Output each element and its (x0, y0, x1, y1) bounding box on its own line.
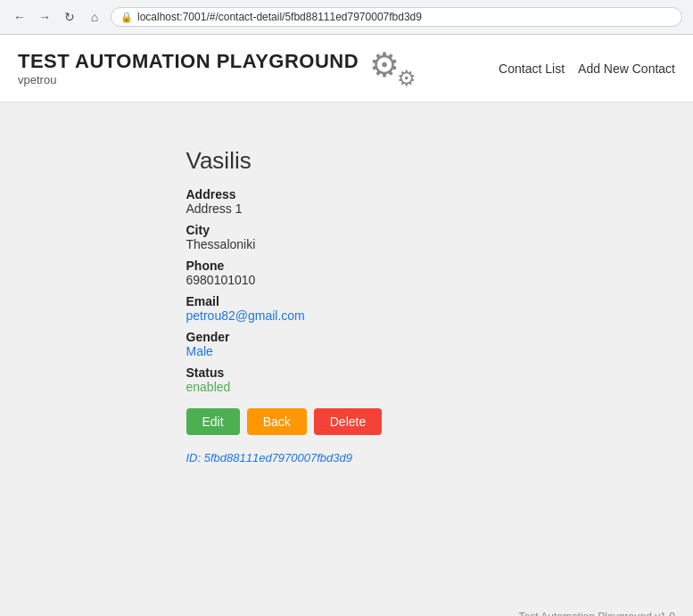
lock-icon: 🔒 (120, 12, 133, 23)
edit-button[interactable]: Edit (186, 408, 240, 435)
city-label: City (186, 223, 507, 237)
add-new-contact-link[interactable]: Add New Contact (578, 62, 675, 76)
app-title: TEST AUTOMATION PLAYGROUND (18, 50, 359, 73)
address-bar[interactable]: 🔒 localhost:7001/#/contact-detail/5fbd88… (111, 7, 682, 27)
url-text: localhost:7001/#/contact-detail/5fbd8811… (137, 11, 422, 23)
reload-button[interactable]: ↻ (61, 8, 78, 26)
app-subtitle: vpetrou (18, 73, 359, 86)
city-value: Thessaloniki (186, 237, 507, 251)
email-label: Email (186, 294, 507, 308)
email-value: petrou82@gmail.com (186, 308, 507, 323)
address-group: Address Address 1 (186, 187, 507, 216)
gear-small-icon: ⚙ (397, 66, 417, 91)
gender-label: Gender (186, 330, 507, 344)
back-nav-button[interactable]: ← (11, 8, 29, 26)
status-group: Status enabled (186, 365, 507, 394)
email-group: Email petrou82@gmail.com (186, 294, 507, 323)
record-id: ID: 5fbd88111ed7970007fbd3d9 (186, 451, 507, 464)
phone-value: 6980101010 (186, 273, 507, 287)
status-value: enabled (186, 380, 507, 394)
gear-icon-container: ⚙ ⚙ (367, 44, 417, 93)
delete-button[interactable]: Delete (314, 408, 382, 435)
gender-value: Male (186, 344, 507, 358)
address-label: Address (186, 187, 507, 201)
app-container: TEST AUTOMATION PLAYGROUND vpetrou ⚙ ⚙ C… (0, 35, 693, 616)
contact-card: Vasilis Address Address 1 City Thessalon… (160, 129, 534, 482)
footer-text: Test Automation Playground v1.0 (519, 611, 675, 616)
app-header: TEST AUTOMATION PLAYGROUND vpetrou ⚙ ⚙ C… (0, 35, 693, 103)
phone-label: Phone (186, 259, 507, 273)
main-content: Vasilis Address Address 1 City Thessalon… (0, 103, 693, 602)
header-left: TEST AUTOMATION PLAYGROUND vpetrou ⚙ ⚙ (18, 44, 417, 93)
back-button[interactable]: Back (247, 408, 307, 435)
gear-large-icon: ⚙ (369, 45, 400, 85)
contact-name: Vasilis (186, 147, 507, 175)
app-footer: Test Automation Playground v1.0 (0, 602, 693, 616)
action-buttons: Edit Back Delete (186, 408, 507, 435)
address-value: Address 1 (186, 201, 507, 216)
app-title-block: TEST AUTOMATION PLAYGROUND vpetrou (18, 50, 359, 86)
status-label: Status (186, 365, 507, 380)
contact-list-link[interactable]: Contact List (499, 62, 565, 76)
browser-chrome: ← → ↻ ⌂ 🔒 localhost:7001/#/contact-detai… (0, 0, 693, 35)
home-button[interactable]: ⌂ (86, 8, 103, 26)
header-nav: Contact List Add New Contact (499, 62, 675, 76)
city-group: City Thessaloniki (186, 223, 507, 251)
phone-group: Phone 6980101010 (186, 259, 507, 287)
gender-group: Gender Male (186, 330, 507, 358)
forward-nav-button[interactable]: → (36, 8, 54, 26)
